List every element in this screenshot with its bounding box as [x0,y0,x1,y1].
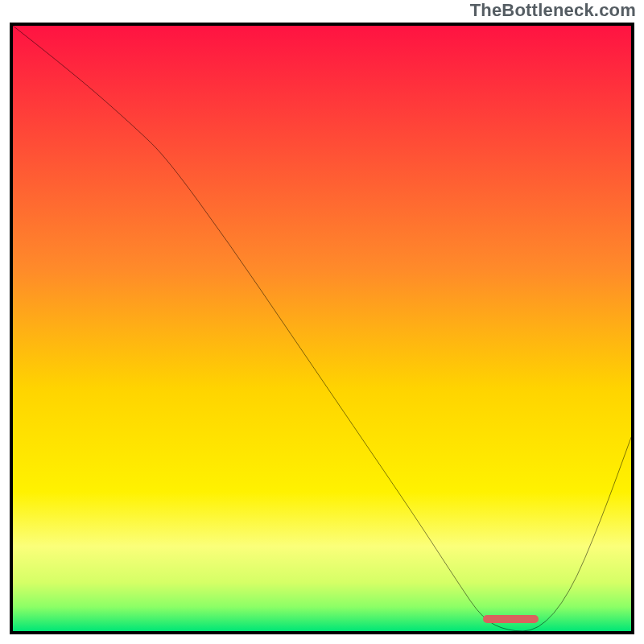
bottleneck-curve [13,26,631,631]
chart-frame: TheBottleneck.com [0,0,644,644]
plot-area [10,23,634,634]
watermark-text: TheBottleneck.com [470,0,636,21]
